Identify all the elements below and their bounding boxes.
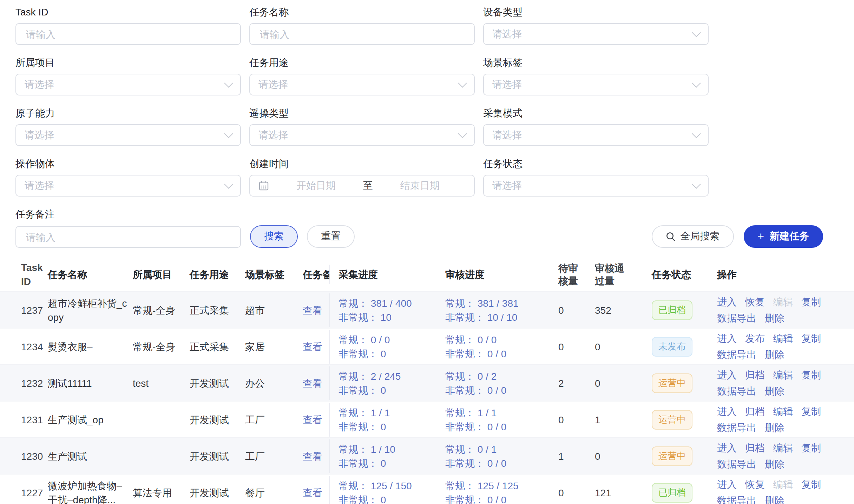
col-header-passed-count: 审核通过量 bbox=[593, 259, 652, 290]
cell-task-note: 查看 bbox=[303, 337, 329, 356]
table-row: 1230 生产测试 开发测试 工厂 查看 常规： 1 / 10 非常规： 0 常… bbox=[0, 437, 854, 474]
search-icon bbox=[665, 232, 675, 241]
collect-abnormal-line: 非常规： 0 bbox=[339, 456, 442, 470]
op-link[interactable]: 恢复 bbox=[745, 477, 765, 491]
cell-task-status: 未发布 bbox=[652, 334, 717, 359]
cell-task-id: 1231 bbox=[0, 410, 48, 429]
op-link[interactable]: 数据导出 bbox=[717, 493, 756, 504]
status-badge: 运营中 bbox=[652, 410, 692, 429]
op-link[interactable]: 复制 bbox=[801, 477, 821, 491]
op-link[interactable]: 进入 bbox=[717, 331, 737, 345]
op-link[interactable]: 恢复 bbox=[745, 295, 765, 309]
filter-scene-tag: 场景标签 请选择 bbox=[483, 58, 709, 95]
teleop-type-select[interactable]: 请选择 bbox=[249, 124, 475, 146]
op-link[interactable]: 归档 bbox=[745, 368, 765, 382]
cell-pending-count: 0 bbox=[554, 483, 593, 502]
col-header-audit-progress: 审核进度 bbox=[445, 265, 554, 284]
task-note-input[interactable] bbox=[15, 226, 241, 248]
start-date-placeholder[interactable]: 开始日期 bbox=[270, 179, 362, 192]
device-type-select[interactable]: 请选择 bbox=[483, 23, 709, 45]
cell-collect-progress: 常规： 1 / 1 非常规： 0 bbox=[329, 403, 445, 436]
collect-mode-select[interactable]: 请选择 bbox=[483, 124, 709, 146]
op-link[interactable]: 编辑 bbox=[773, 441, 793, 455]
status-badge: 运营中 bbox=[652, 373, 692, 393]
op-link[interactable]: 进入 bbox=[717, 441, 737, 455]
op-link[interactable]: 发布 bbox=[745, 331, 765, 345]
op-link[interactable]: 编辑 bbox=[773, 404, 793, 418]
filter-atomic-ability: 原子能力 请选择 bbox=[15, 108, 241, 146]
cell-purpose: 正式采集 bbox=[190, 300, 245, 320]
chevron-down-icon bbox=[692, 180, 701, 188]
purpose-select[interactable]: 请选择 bbox=[249, 74, 475, 95]
audit-abnormal-line: 非常规： 10 / 10 bbox=[445, 310, 551, 324]
task-note-input-field[interactable] bbox=[25, 231, 232, 243]
scene-tag-select[interactable]: 请选择 bbox=[483, 74, 709, 95]
select-placeholder: 请选择 bbox=[492, 129, 693, 141]
task-name-input-field[interactable] bbox=[258, 28, 466, 40]
view-note-link[interactable]: 查看 bbox=[303, 377, 322, 389]
task-note-wrap bbox=[15, 226, 241, 248]
collect-normal-line: 常规： 381 / 400 bbox=[339, 296, 442, 310]
op-link[interactable]: 删除 bbox=[765, 420, 784, 435]
op-link[interactable]: 复制 bbox=[801, 368, 821, 382]
filter-label: 任务用途 bbox=[249, 58, 475, 68]
filter-label: 遥操类型 bbox=[249, 108, 475, 119]
project-select[interactable]: 请选择 bbox=[15, 74, 241, 95]
end-date-placeholder[interactable]: 结束日期 bbox=[374, 179, 466, 192]
create-time-range-picker[interactable]: 开始日期 至 结束日期 bbox=[249, 175, 475, 197]
op-link[interactable]: 进入 bbox=[717, 368, 737, 382]
op-link[interactable]: 数据导出 bbox=[717, 311, 756, 325]
op-link[interactable]: 删除 bbox=[765, 384, 784, 398]
op-link[interactable]: 删除 bbox=[765, 493, 784, 504]
op-link[interactable]: 编辑 bbox=[773, 331, 793, 345]
op-link[interactable]: 进入 bbox=[717, 477, 737, 491]
op-link[interactable]: 进入 bbox=[717, 295, 737, 309]
op-link[interactable]: 删除 bbox=[765, 311, 784, 325]
cell-task-id: 1227 bbox=[0, 483, 48, 502]
task-id-input-field[interactable] bbox=[25, 28, 232, 40]
op-link[interactable]: 数据导出 bbox=[717, 347, 756, 362]
select-placeholder: 请选择 bbox=[492, 28, 693, 40]
filter-task-name: 任务名称 bbox=[249, 7, 475, 45]
op-link[interactable]: 复制 bbox=[801, 441, 821, 455]
op-link[interactable]: 数据导出 bbox=[717, 420, 756, 435]
filter-label: 创建时间 bbox=[249, 159, 475, 169]
operate-object-select[interactable]: 请选择 bbox=[15, 175, 241, 197]
op-link[interactable]: 归档 bbox=[745, 441, 765, 455]
op-link[interactable]: 复制 bbox=[801, 404, 821, 418]
view-note-link[interactable]: 查看 bbox=[303, 450, 322, 462]
filter-panel: Task ID 任务名称 设备类型 请选择 bbox=[0, 7, 854, 248]
select-placeholder: 请选择 bbox=[258, 129, 459, 141]
cell-project: 常规-全身 bbox=[133, 300, 190, 320]
task-name-input[interactable] bbox=[249, 23, 475, 45]
view-note-link[interactable]: 查看 bbox=[303, 487, 322, 498]
op-link[interactable]: 进入 bbox=[717, 404, 737, 418]
op-link[interactable]: 归档 bbox=[745, 404, 765, 418]
op-link[interactable]: 删除 bbox=[765, 457, 784, 471]
create-task-button[interactable]: + 新建任务 bbox=[743, 225, 823, 248]
op-link[interactable]: 复制 bbox=[801, 331, 821, 345]
cell-task-status: 已归档 bbox=[652, 297, 717, 323]
cell-purpose: 开发测试 bbox=[190, 446, 245, 466]
task-status-select[interactable]: 请选择 bbox=[483, 175, 709, 197]
op-link[interactable]: 删除 bbox=[765, 347, 784, 362]
op-link[interactable]: 数据导出 bbox=[717, 457, 756, 471]
table-body: 1237 超市冷鲜柜补货_copy 常规-全身 正式采集 超市 查看 常规： 3… bbox=[0, 291, 854, 504]
op-link[interactable]: 编辑 bbox=[773, 368, 793, 382]
reset-button[interactable]: 重置 bbox=[307, 225, 355, 248]
task-id-input[interactable] bbox=[15, 23, 241, 45]
op-link[interactable]: 数据导出 bbox=[717, 384, 756, 398]
filter-task-id: Task ID bbox=[15, 7, 241, 45]
cell-purpose: 开发测试 bbox=[190, 373, 245, 393]
collect-normal-line: 常规： 1 / 1 bbox=[339, 405, 442, 419]
cell-purpose: 开发测试 bbox=[190, 483, 245, 502]
view-note-link[interactable]: 查看 bbox=[303, 304, 322, 316]
op-link[interactable]: 复制 bbox=[801, 295, 821, 309]
global-search-button[interactable]: 全局搜索 bbox=[651, 225, 734, 248]
view-note-link[interactable]: 查看 bbox=[303, 341, 322, 352]
search-button[interactable]: 搜索 bbox=[250, 225, 298, 248]
calendar-icon bbox=[258, 180, 269, 191]
view-note-link[interactable]: 查看 bbox=[303, 414, 322, 425]
select-placeholder: 请选择 bbox=[492, 78, 693, 91]
atomic-ability-select[interactable]: 请选择 bbox=[15, 124, 241, 146]
